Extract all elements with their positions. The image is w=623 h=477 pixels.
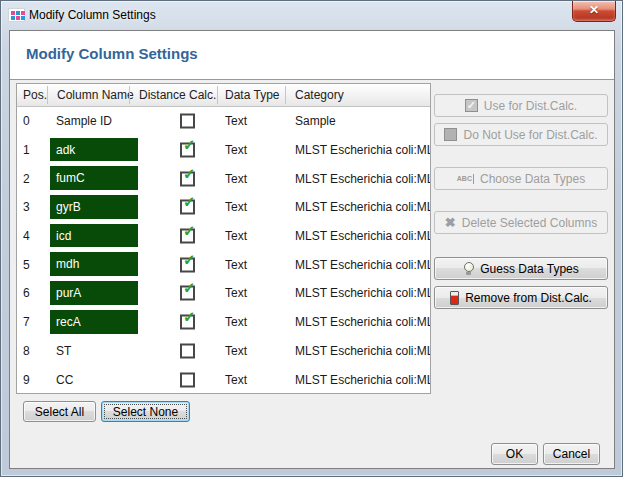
column-name-cell[interactable]: gyrB xyxy=(50,195,138,219)
category-cell: MLST Escherichia coli:MLST xyxy=(295,344,431,358)
table-row[interactable]: 7 recA ✓ Text MLST Escherichia coli:MLST xyxy=(17,308,430,337)
table-row[interactable]: 2 fumC ✓ Text MLST Escherichia coli:MLST xyxy=(17,164,430,193)
checkmark-icon: ✓ xyxy=(183,280,196,295)
header-column-name: Column Name xyxy=(57,84,134,106)
button-label: Delete Selected Columns xyxy=(462,216,597,230)
category-cell: MLST Escherichia coli:MLST xyxy=(295,200,431,214)
row-position: 0 xyxy=(23,114,30,128)
table-row[interactable]: 6 purA ✓ Text MLST Escherichia coli:MLST xyxy=(17,279,430,308)
header-category: Category xyxy=(295,84,344,106)
cancel-button[interactable]: Cancel xyxy=(543,443,600,465)
header-divider xyxy=(47,86,48,104)
select-none-button[interactable]: Select None xyxy=(101,401,190,422)
table-row[interactable]: 4 icd ✓ Text MLST Escherichia coli:MLST xyxy=(17,222,430,251)
category-cell: MLST Escherichia coli:MLST xyxy=(295,229,431,243)
column-name-cell[interactable]: fumC xyxy=(50,166,138,190)
page-title: Modify Column Settings xyxy=(26,45,198,62)
data-type-cell: Text xyxy=(225,143,247,157)
distance-calc-checkbox[interactable]: ✓ xyxy=(180,315,195,330)
data-type-cell: Text xyxy=(225,229,247,243)
checkmark-icon: ✓ xyxy=(183,194,196,209)
do-not-use-for-distcalc-button[interactable]: Do Not Use for Dist.Calc. xyxy=(434,123,608,146)
panel-header: Modify Column Settings xyxy=(10,31,614,80)
category-cell: MLST Escherichia coli:MLST xyxy=(295,172,431,186)
columns-table: Pos. Column Name Distance Calc. Data Typ… xyxy=(16,83,431,394)
distance-calc-checkbox[interactable]: ✓ xyxy=(180,229,195,244)
distance-calc-checkbox[interactable]: ✓ xyxy=(180,343,195,358)
distance-calc-checkbox[interactable]: ✓ xyxy=(180,200,195,215)
use-for-distcalc-button[interactable]: ✓ Use for Dist.Calc. xyxy=(434,94,608,117)
column-name-cell[interactable]: recA xyxy=(50,310,138,334)
table-body: 0 Sample ID ✓ Text Sample 1 adk ✓ Text M… xyxy=(17,107,430,394)
select-all-button[interactable]: Select All xyxy=(23,401,96,422)
close-icon[interactable]: ✕ xyxy=(572,1,616,22)
category-cell: Sample xyxy=(295,114,336,128)
guess-data-types-button[interactable]: Guess Data Types xyxy=(434,257,608,280)
column-name-cell[interactable]: mdh xyxy=(50,252,138,276)
table-row[interactable]: 5 mdh ✓ Text MLST Escherichia coli:MLST xyxy=(17,250,430,279)
table-row[interactable]: 9 CC ✓ Text MLST Escherichia coli:MLST xyxy=(17,365,430,394)
header-divider xyxy=(285,86,286,104)
row-position: 5 xyxy=(23,258,30,272)
distance-calc-checkbox[interactable]: ✓ xyxy=(180,143,195,158)
column-name-cell[interactable]: CC xyxy=(56,373,73,387)
data-type-cell: Text xyxy=(225,200,247,214)
distance-calc-checkbox[interactable]: ✓ xyxy=(180,114,195,129)
button-label: Remove from Dist.Calc. xyxy=(465,291,592,305)
category-cell: MLST Escherichia coli:MLST xyxy=(295,286,431,300)
table-row[interactable]: 1 adk ✓ Text MLST Escherichia coli:MLST xyxy=(17,136,430,165)
window-title: Modify Column Settings xyxy=(29,8,156,22)
header-data-type: Data Type xyxy=(225,84,279,106)
header-pos: Pos. xyxy=(23,84,47,106)
data-type-cell: Text xyxy=(225,114,247,128)
table-row[interactable]: 8 ST ✓ Text MLST Escherichia coli:MLST xyxy=(17,337,430,366)
choose-data-types-button[interactable]: ABC Choose Data Types xyxy=(434,167,608,190)
button-label: Choose Data Types xyxy=(480,172,585,186)
distance-calc-checkbox[interactable]: ✓ xyxy=(180,372,195,387)
app-icon xyxy=(8,8,25,22)
lightbulb-icon xyxy=(463,261,474,276)
button-label: Do Not Use for Dist.Calc. xyxy=(463,128,597,142)
dialog-content-panel: Modify Column Settings Pos. Column Name … xyxy=(9,30,615,469)
table-row[interactable]: 3 gyrB ✓ Text MLST Escherichia coli:MLST xyxy=(17,193,430,222)
column-name-cell[interactable]: adk xyxy=(50,138,138,162)
table-row[interactable]: 0 Sample ID ✓ Text Sample xyxy=(17,107,430,136)
header-distance-calc: Distance Calc. xyxy=(139,84,216,106)
distance-calc-checkbox[interactable]: ✓ xyxy=(180,171,195,186)
button-label: Guess Data Types xyxy=(480,262,579,276)
row-position: 2 xyxy=(23,172,30,186)
data-type-cell: Text xyxy=(225,315,247,329)
titlebar[interactable]: Modify Column Settings ✕ xyxy=(1,1,622,30)
category-cell: MLST Escherichia coli:MLST xyxy=(295,143,431,157)
remove-from-distcalc-button[interactable]: Remove from Dist.Calc. xyxy=(434,286,608,309)
row-position: 9 xyxy=(23,373,30,387)
dialog-window: { "window": { "title": "Modify Column Se… xyxy=(0,0,623,477)
category-cell: MLST Escherichia coli:MLST xyxy=(295,315,431,329)
button-label: Use for Dist.Calc. xyxy=(484,99,577,113)
ok-button[interactable]: OK xyxy=(491,443,538,465)
row-position: 7 xyxy=(23,315,30,329)
header-divider xyxy=(217,86,218,104)
row-position: 6 xyxy=(23,286,30,300)
data-type-cell: Text xyxy=(225,344,247,358)
category-cell: MLST Escherichia coli:MLST xyxy=(295,258,431,272)
checkmark-icon: ✓ xyxy=(183,309,196,324)
delete-selected-columns-button[interactable]: ✖ Delete Selected Columns xyxy=(434,211,608,234)
row-position: 3 xyxy=(23,200,30,214)
data-type-cell: Text xyxy=(225,286,247,300)
column-name-cell[interactable]: Sample ID xyxy=(56,114,112,128)
header-divider xyxy=(129,86,130,104)
row-position: 4 xyxy=(23,229,30,243)
column-name-cell[interactable]: icd xyxy=(50,224,138,248)
delete-x-icon: ✖ xyxy=(445,216,456,229)
checkmark-icon: ✓ xyxy=(183,251,196,266)
data-type-cell: Text xyxy=(225,258,247,272)
column-name-cell[interactable]: purA xyxy=(50,281,138,305)
column-name-cell[interactable]: ST xyxy=(56,344,71,358)
eraser-icon xyxy=(450,291,459,305)
checked-checkbox-icon: ✓ xyxy=(465,99,478,112)
data-type-cell: Text xyxy=(225,373,247,387)
distance-calc-checkbox[interactable]: ✓ xyxy=(180,286,195,301)
distance-calc-checkbox[interactable]: ✓ xyxy=(180,257,195,272)
abc-text-icon: ABC xyxy=(457,174,474,184)
